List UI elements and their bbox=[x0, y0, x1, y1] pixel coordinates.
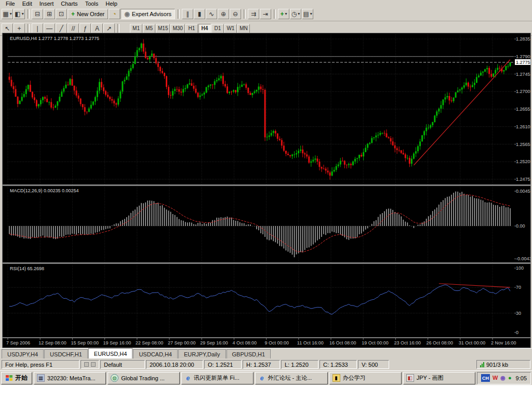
dropdown-arrow-icon: ▾ bbox=[310, 11, 312, 16]
chart-shift-icon: ⇥ bbox=[263, 11, 268, 17]
toolbar-separator bbox=[28, 24, 30, 33]
market-watch-icon: ⊟ bbox=[35, 11, 40, 17]
indicators-icon: + bbox=[281, 11, 284, 17]
new-order-button[interactable]: +New Order bbox=[68, 9, 108, 19]
timeframe-m5[interactable]: M5 bbox=[143, 24, 155, 33]
menu-file[interactable]: File bbox=[2, 1, 19, 7]
task-label: 讯闪更新菜单 Fi... bbox=[194, 374, 239, 382]
arrows-button[interactable]: ↗ bbox=[103, 23, 115, 34]
svg-text:19 Sep 16:00: 19 Sep 16:00 bbox=[103, 340, 131, 345]
task-button-3[interactable]: e外汇论坛 - 主论... bbox=[255, 372, 327, 384]
expert-advisors-icon: ◉ bbox=[124, 11, 129, 17]
menu-charts[interactable]: Charts bbox=[57, 1, 81, 7]
svg-text:70: 70 bbox=[516, 285, 521, 290]
tab-usdcadh4[interactable]: USDCAD,H4 bbox=[133, 349, 178, 358]
timeframe-m1[interactable]: M1 bbox=[130, 24, 142, 33]
timeframe-mn[interactable]: MN bbox=[237, 24, 250, 33]
taskbar: 开始▦320230: MetaTra...◍Global Trading ...… bbox=[0, 370, 532, 385]
new-chart-button[interactable]: ▦▾ bbox=[2, 9, 13, 19]
trendline-button[interactable]: ╱ bbox=[56, 23, 67, 34]
task-button-2[interactable]: e讯闪更新菜单 Fi... bbox=[181, 372, 254, 384]
folder-icon: ▮ bbox=[332, 374, 340, 382]
chart-shift-button[interactable]: ⇥ bbox=[260, 9, 271, 19]
timeframe-w1[interactable]: W1 bbox=[224, 24, 237, 33]
timeframe-m15[interactable]: M15 bbox=[156, 24, 170, 33]
templates-button[interactable]: ▤▾ bbox=[302, 9, 313, 19]
close-value-text: C: 1.2533 bbox=[323, 362, 348, 368]
tab-eurjpydaily[interactable]: EURJPY,Daily bbox=[178, 349, 226, 358]
mt-icon: ▦ bbox=[37, 374, 45, 382]
tab-usdchfh1[interactable]: USDCHF,H1 bbox=[44, 349, 88, 358]
start-button[interactable]: 开始 bbox=[1, 372, 32, 384]
toolbar-separator bbox=[28, 9, 30, 19]
paint-icon: ◧ bbox=[406, 374, 414, 382]
new-order-label: New Order bbox=[77, 11, 104, 17]
svg-text:29 Sep 16:00: 29 Sep 16:00 bbox=[200, 340, 228, 345]
svg-text:12 Sep 08:00: 12 Sep 08:00 bbox=[38, 340, 66, 345]
crosshair-icon: + bbox=[17, 25, 21, 32]
fibonacci-button[interactable]: ƒ bbox=[79, 23, 91, 34]
indicators-button[interactable]: +▾ bbox=[278, 9, 289, 19]
task-button-5[interactable]: ◧JPY - 画图 bbox=[403, 372, 475, 384]
zoom-out-button[interactable]: ⊖ bbox=[230, 9, 241, 19]
chart-line-button[interactable]: ∿ bbox=[206, 9, 217, 19]
svg-text:9 Oct 00:00: 9 Oct 00:00 bbox=[265, 340, 289, 345]
text-label-button[interactable]: A bbox=[91, 23, 103, 34]
navigator-button[interactable]: ⊡ bbox=[56, 9, 67, 19]
timeframe-h4[interactable]: H4 bbox=[198, 24, 211, 33]
windows-logo-icon bbox=[6, 375, 12, 381]
open-value: O: 1.2521 bbox=[204, 360, 242, 369]
antivirus-icon[interactable]: ● bbox=[508, 375, 512, 381]
profiles-button[interactable]: ◧▾ bbox=[14, 9, 25, 19]
navigator-icon: ⊡ bbox=[59, 11, 64, 17]
volume-value: V: 500 bbox=[358, 360, 389, 369]
menu-tools[interactable]: Tools bbox=[82, 1, 102, 7]
menu-help[interactable]: Help bbox=[102, 1, 121, 7]
messenger-icon[interactable]: ◉ bbox=[500, 375, 506, 381]
svg-text:15 Sep 00:00: 15 Sep 00:00 bbox=[71, 340, 99, 345]
periods-button[interactable]: ◷▾ bbox=[290, 9, 301, 19]
svg-text:1.2835: 1.2835 bbox=[516, 36, 530, 42]
vertical-line-button[interactable]: | bbox=[32, 23, 43, 34]
profile-name-text: Default bbox=[104, 362, 122, 368]
new-chart-icon: ▦ bbox=[3, 11, 8, 17]
cursor-button[interactable]: ↖ bbox=[2, 23, 13, 34]
tab-usdjpyh4[interactable]: USDJPY,H4 bbox=[2, 349, 44, 358]
signal-bars-icon bbox=[480, 362, 484, 367]
taskbar-clock: 9:05 bbox=[516, 375, 527, 381]
menu-edit[interactable]: Edit bbox=[19, 1, 36, 7]
auto-scroll-button[interactable]: ⇉ bbox=[248, 9, 259, 19]
ime-tool-icon[interactable]: W bbox=[493, 375, 498, 381]
timeframe-m30[interactable]: M30 bbox=[170, 24, 184, 33]
help-message-text: For Help, press F1 bbox=[5, 362, 52, 368]
toolbar-separator bbox=[178, 9, 180, 19]
chart-bars-button[interactable]: ∥ bbox=[182, 9, 193, 19]
horizontal-line-button[interactable]: — bbox=[44, 23, 55, 34]
market-watch-button[interactable]: ⊟ bbox=[32, 9, 43, 19]
svg-text:4 Oct 08:00: 4 Oct 08:00 bbox=[232, 340, 257, 345]
expert-advisors-button[interactable]: ◉Expert Advisors bbox=[121, 9, 175, 19]
zoom-in-button[interactable]: ⊕ bbox=[218, 9, 229, 19]
indicator-box bbox=[84, 362, 89, 367]
channel-button[interactable]: // bbox=[68, 23, 79, 34]
task-button-0[interactable]: ▦320230: MetaTra... bbox=[34, 372, 106, 384]
chart-window[interactable]: 1.28351.27901.27451.27001.26551.26101.25… bbox=[2, 33, 531, 348]
volume-value-text: V: 500 bbox=[362, 362, 378, 368]
data-window-button[interactable]: ⊞ bbox=[44, 9, 55, 19]
language-indicator[interactable]: CH bbox=[481, 374, 490, 382]
tab-gbpusdh1[interactable]: GBPUSD,H1 bbox=[227, 349, 271, 358]
task-button-1[interactable]: ◍Global Trading ... bbox=[108, 372, 180, 384]
horizontal-line-icon: — bbox=[46, 25, 52, 32]
timeframe-h1[interactable]: H1 bbox=[185, 24, 198, 33]
tab-eurusdh4[interactable]: EURUSD,H4 bbox=[88, 348, 133, 358]
metaeditor-button[interactable]: ◔ bbox=[109, 9, 120, 19]
high-value-text: H: 1.2537 bbox=[246, 362, 271, 368]
svg-text:EURUSD,H4 1.2777 1.2778 1.2773: EURUSD,H4 1.2777 1.2778 1.2773 1.2775 bbox=[10, 36, 99, 41]
timeframe-d1[interactable]: D1 bbox=[211, 24, 224, 33]
menu-insert[interactable]: Insert bbox=[36, 1, 58, 7]
chart-candles-button[interactable]: ▮ bbox=[194, 9, 205, 19]
chart-canvas[interactable]: 1.28351.27901.27451.27001.26551.26101.25… bbox=[3, 33, 530, 348]
crosshair-button[interactable]: + bbox=[14, 23, 25, 34]
task-label: 办公学习 bbox=[343, 374, 366, 382]
task-button-4[interactable]: ▮办公学习 bbox=[329, 372, 402, 384]
